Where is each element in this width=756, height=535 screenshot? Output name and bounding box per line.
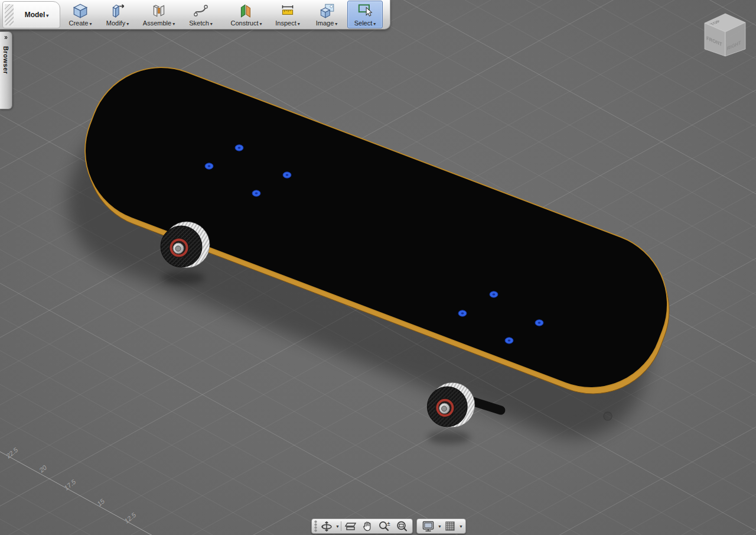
svg-text:±: ± — [387, 521, 390, 527]
pan-icon — [361, 520, 374, 533]
modify-label: Modify▾ — [106, 20, 129, 28]
select-button[interactable]: Select▾ — [347, 1, 383, 28]
select-cursor-icon — [356, 2, 374, 20]
mounting-hole-center — [538, 322, 541, 324]
sketch-spline-icon — [192, 2, 210, 20]
grid-axis-label: 15 — [96, 497, 106, 508]
modify-button[interactable]: Modify▾ — [99, 1, 136, 28]
grid-settings-caret[interactable]: ▼ — [459, 524, 463, 528]
create-cube-icon — [71, 2, 89, 20]
navigation-tools-group: ▼ ± — [311, 518, 413, 534]
assemble-joint-icon — [150, 2, 168, 20]
grid-line — [0, 384, 756, 535]
create-label: Create▾ — [69, 20, 92, 28]
orbit-dropdown-caret[interactable]: ▼ — [335, 524, 340, 528]
model-canvas[interactable]: 22.52017.51512.5 — [0, 0, 756, 535]
grid-line — [0, 418, 756, 535]
display-settings-caret[interactable]: ▼ — [438, 524, 442, 528]
zoom-icon: ± — [377, 520, 392, 533]
wheel-shadow — [428, 431, 470, 444]
grid-line — [0, 393, 756, 535]
application-window: 22.52017.51512.5 — [0, 0, 756, 535]
grid-axis-labels: 22.52017.51512.5 — [5, 446, 137, 525]
assemble-label: Assemble▾ — [143, 20, 175, 28]
inspect-measure-icon — [279, 2, 296, 20]
image-decal-icon — [318, 2, 335, 20]
grid-settings-button[interactable] — [442, 520, 458, 533]
zoom-button[interactable]: ± — [376, 520, 393, 533]
look-at-button[interactable] — [343, 520, 359, 533]
grid-axis-label: 12.5 — [123, 511, 137, 525]
grid-axis-label: 22.5 — [5, 446, 19, 460]
navigation-bar: ▼ ± — [311, 518, 466, 534]
display-settings-button[interactable] — [419, 520, 437, 533]
image-label: Image▾ — [316, 20, 338, 28]
assemble-button[interactable]: Assemble▾ — [138, 1, 180, 28]
orbit-icon — [320, 520, 333, 533]
select-label: Select▾ — [354, 20, 376, 28]
chevron-down-icon: ▾ — [46, 13, 48, 18]
construct-button[interactable]: Construct▾ — [226, 1, 267, 28]
zoom-window-button[interactable] — [393, 520, 410, 533]
browser-panel-tab[interactable]: » Browser — [0, 31, 12, 109]
mounting-hole-center — [461, 312, 464, 314]
inspect-button[interactable]: Inspect▾ — [269, 1, 306, 28]
toolbar-drag-handle[interactable] — [315, 521, 317, 531]
expand-panel-icon[interactable]: » — [4, 33, 8, 41]
wheel-shadow — [162, 271, 204, 284]
modify-presspull-icon — [109, 2, 126, 20]
grid-axis-label: 17.5 — [63, 478, 77, 492]
sketch-label: Sketch▾ — [189, 20, 213, 28]
mounting-hole-center — [493, 293, 496, 296]
mounting-hole-center — [238, 147, 241, 149]
create-button[interactable]: Create▾ — [63, 1, 98, 28]
grid-axis-label: 20 — [38, 463, 48, 474]
mounting-hole-center — [255, 192, 258, 194]
ribbon-drag-handle[interactable] — [5, 4, 14, 25]
workspace-selector[interactable]: Model▾ — [2, 1, 60, 28]
mounting-hole-center — [508, 339, 511, 342]
browser-panel-label: Browser — [2, 46, 9, 74]
image-button[interactable]: Image▾ — [309, 1, 344, 28]
workspace-label: Model▾ — [14, 11, 60, 19]
display-settings-group: ▼ ▼ — [416, 518, 466, 534]
viewcube[interactable]: TOP FRONT RIGHT — [705, 14, 745, 56]
sketch-button[interactable]: Sketch▾ — [183, 1, 219, 28]
toolbar-separator — [341, 521, 341, 531]
construct-planes-icon — [237, 2, 255, 20]
mounting-hole-center — [208, 165, 211, 167]
orbit-button[interactable] — [318, 520, 335, 533]
grid-settings-icon — [444, 520, 457, 533]
zoom-window-icon — [395, 520, 408, 533]
look-at-icon — [344, 520, 357, 533]
inspect-label: Inspect▾ — [275, 20, 299, 28]
construct-label: Construct▾ — [230, 20, 262, 28]
ribbon-toolbar: Model▾ Create▾ Mod — [0, 0, 390, 30]
mounting-hole-center — [286, 174, 289, 176]
display-settings-icon — [421, 519, 435, 533]
pan-button[interactable] — [359, 520, 376, 533]
